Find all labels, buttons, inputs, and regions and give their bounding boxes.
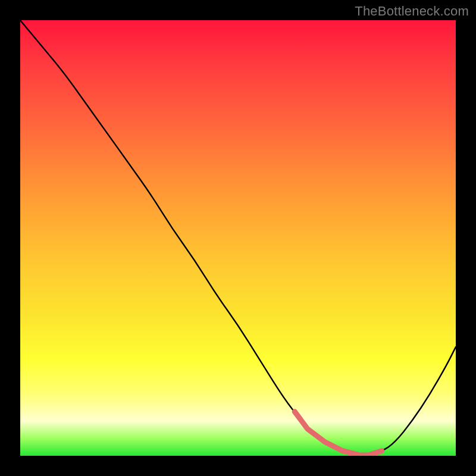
chart-plot-area [20,20,456,456]
bottleneck-chart-svg [20,20,456,456]
watermark-text: TheBottleneck.com [355,4,469,19]
chart-frame: TheBottleneck.com [0,0,476,476]
flat-region-marker [295,412,381,455]
bottleneck-curve-path [20,20,456,456]
